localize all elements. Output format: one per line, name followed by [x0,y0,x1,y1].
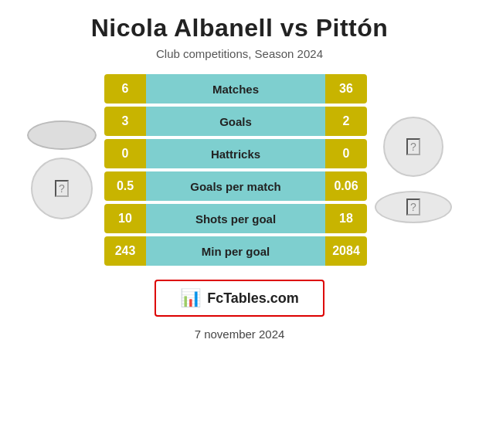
stat-row-0: 6Matches36 [104,74,367,104]
watermark-box: 📊 FcTables.com [155,280,324,317]
stat-right-0: 36 [325,74,367,104]
footer-date: 7 november 2024 [0,328,479,341]
stat-left-3: 0.5 [104,171,146,201]
stat-left-4: 10 [104,204,146,233]
watermark-text: FcTables.com [207,290,299,307]
stat-label-2: Hattricks [146,139,325,168]
stat-label-1: Goals [146,107,325,136]
stat-label-5: Min per goal [146,236,325,266]
stat-left-2: 0 [104,139,146,168]
stat-right-2: 0 [325,139,367,168]
stat-row-1: 3Goals2 [104,107,367,136]
page-title: Nicola Albanell vs Pittón [0,0,479,42]
right-placeholder-icon-bottom: ? [406,199,420,216]
stat-row-3: 0.5Goals per match0.06 [104,171,367,201]
right-avatar-circle-top: ? [383,117,443,177]
stat-right-5: 2084 [325,236,367,266]
left-avatar-circle: ? [31,158,93,219]
fctables-icon: 📊 [180,288,201,308]
stats-table: 6Matches363Goals20Hattricks00.5Goals per… [104,74,367,266]
right-player-avatars: ? ? [375,117,452,223]
stat-right-4: 18 [325,204,367,233]
stat-left-1: 3 [104,107,146,136]
stat-left-5: 243 [104,236,146,266]
left-avatar-ellipse [27,120,97,150]
subtitle: Club competitions, Season 2024 [0,47,479,60]
stat-row-2: 0Hattricks0 [104,139,367,168]
right-placeholder-icon-top: ? [406,138,420,155]
stat-label-3: Goals per match [146,171,325,201]
stat-right-1: 2 [325,107,367,136]
right-avatar-ellipse: ? [375,191,452,223]
stat-row-4: 10Shots per goal18 [104,204,367,233]
stat-label-0: Matches [146,74,325,104]
stat-left-0: 6 [104,74,146,104]
stat-label-4: Shots per goal [146,204,325,233]
stat-right-3: 0.06 [325,171,367,201]
left-placeholder-icon: ? [55,180,69,197]
left-player-avatars: ? [27,120,97,219]
stat-row-5: 243Min per goal2084 [104,236,367,266]
